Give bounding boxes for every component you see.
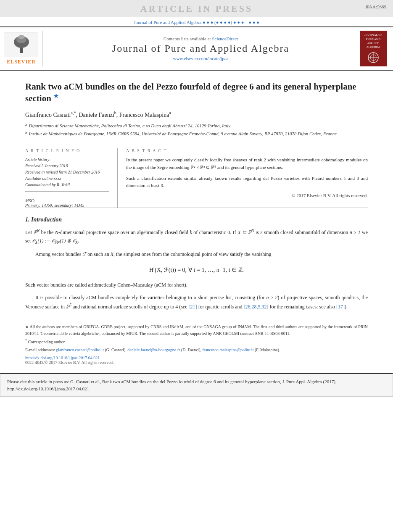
title-star: ★ [53, 93, 59, 99]
body-para-1: Let ℙN be the N-dimensional projective s… [25, 227, 368, 246]
page: ARTICLE IN PRESS JPAA:5669 Journal of Pu… [0, 0, 393, 532]
abstract-para2: Such a classification extends similar al… [126, 175, 368, 190]
article-in-press-banner: ARTICLE IN PRESS JPAA:5669 [0, 0, 393, 17]
journal-title-header: Journal of Pure and Applied Algebra [48, 43, 353, 54]
elsevier-logo-inner [9, 34, 34, 55]
journal-ref-line: Journal of Pure and Applied Algebra ● ● … [0, 17, 393, 27]
article-info-header: A R T I C L E I N F O [25, 148, 109, 153]
issn-line: 0022-4049/© 2017 Elsevier B.V. All right… [25, 360, 368, 365]
affil-b-sup: b [25, 130, 27, 137]
abstract-header: A B S T R A C T [126, 148, 368, 153]
footnote-corresponding: * Corresponding author. [25, 338, 368, 345]
citation-bar: Please cite this article in press as: G.… [0, 373, 393, 397]
journal-center: Contents lists available at ScienceDirec… [48, 31, 353, 66]
footnote-star-symbol: ★ [25, 325, 29, 329]
article-history: Article history: Received 3 January 2016… [25, 156, 109, 192]
abstract-column: A B S T R A C T In the present paper we … [118, 148, 368, 208]
math-formula: Hⁱ(X, ℱ(t)) = 0, ∀ i = 1, …, n−1, t ∈ ℤ. [149, 267, 244, 273]
affil-a-sup: a [25, 122, 27, 129]
email1-link[interactable]: gianfranco.casnati@polito.it [56, 348, 104, 352]
sciencedirect-link[interactable]: ScienceDirect [212, 36, 238, 41]
available-online: Available online xxxx [25, 175, 109, 182]
section-number: 1. [25, 216, 30, 223]
body-para-2: Among vector bundles ℱ on such an X, the… [25, 250, 368, 259]
paper-title: Rank two aCM bundles on the del Pezzo fo… [25, 81, 368, 105]
email3-author: (F. Malaspina). [255, 348, 280, 352]
svg-point-3 [18, 35, 24, 39]
footnote-fn2: Corresponding author. [28, 340, 66, 344]
journal-cover-image: JOURNAL OFPURE ANDAPPLIEDALGEBRA [360, 31, 387, 66]
footnote-area: ★ All the authors are members of GRIFGA–… [25, 320, 368, 365]
section-title: Introduction [31, 216, 62, 223]
affiliation-a: a Dipartimento di Scienze Matematiche, P… [25, 122, 368, 129]
elsevier-tree-icon [9, 34, 34, 54]
cover-decoration-icon [363, 51, 384, 64]
email2-link[interactable]: daniele.faenzi@u-bourgogne.fr [127, 348, 180, 352]
section-1-heading: 1. Introduction [25, 216, 368, 223]
contents-line: Contents lists available at ScienceDirec… [48, 36, 353, 41]
affil-a-text: Dipartimento di Scienze Matematiche, Pol… [29, 122, 231, 129]
ref-17[interactable]: [17] [336, 304, 345, 310]
revised-date: Received in revised form 21 December 201… [25, 169, 109, 175]
author1-name: Gianfranco Casnati [25, 111, 71, 118]
cover-text: JOURNAL OFPURE ANDAPPLIEDALGEBRA [364, 33, 382, 50]
footnote-fn1: All the authors are members of GRIFGA–GD… [25, 324, 368, 336]
info-abstract-section: A R T I C L E I N F O Article history: R… [25, 144, 368, 208]
ref-26-28-5-32[interactable]: [26,28,5,32] [244, 304, 269, 310]
citation-text: Please cite this article in press as: G.… [7, 379, 337, 391]
elsevier-logo-box [5, 32, 38, 57]
email1-author: (G. Casnati), [105, 348, 126, 352]
abstract-para1: In the present paper we completely class… [126, 156, 368, 171]
ref-21[interactable]: [21] [189, 304, 197, 310]
article-info-column: A R T I C L E I N F O Article history: R… [25, 148, 118, 208]
history-label: Article history: [25, 156, 109, 163]
msc-label: MSC: [25, 198, 109, 203]
footnote-emails: E-mail addresses: gianfranco.casnati@pol… [25, 347, 368, 353]
communicated-by: Communicated by R. Vakil [25, 182, 109, 188]
author2-name: , Daniele Faenzi [76, 111, 114, 118]
paper-title-text: Rank two aCM bundles on the del Pezzo fo… [25, 82, 356, 103]
author3-sup: a [169, 111, 171, 115]
affiliation-b: b Institut de Mathématiques de Bourgogne… [25, 130, 368, 137]
journal-cover: JOURNAL OFPURE ANDAPPLIEDALGEBRA [359, 31, 388, 66]
email-label: E-mail addresses: [25, 348, 55, 352]
email3-link[interactable]: francesco.malaspina@polito.it [202, 348, 253, 352]
contents-label: Contents lists available at [164, 36, 211, 41]
authors-line: Gianfranco Casnatia,*, Daniele Faenzib, … [25, 111, 368, 119]
aip-text: ARTICLE IN PRESS [140, 3, 253, 14]
email2-author: (D. Faenzi), [181, 348, 201, 352]
msc-section: MSC: Primary: 14J60; secondary: 14J45 [25, 195, 109, 208]
msc-primary: Primary: 14J60; secondary: 14J45 [25, 203, 109, 208]
journal-url: www.elsevier.com/locate/jpaa [48, 56, 353, 61]
doi-line: http://dx.doi.org/10.1016/j.jpaa.2017.04… [25, 356, 368, 360]
affil-b-text: Institut de Mathématiques de Bourgogne, … [29, 130, 337, 137]
math-display: Hⁱ(X, ℱ(t)) = 0, ∀ i = 1, …, n−1, t ∈ ℤ. [25, 266, 368, 274]
footnote-star-text: ★ All the authors are members of GRIFGA–… [25, 324, 368, 337]
author1-sup: a,* [71, 111, 76, 115]
body-para-4: It is possible to classify aCM bundles c… [25, 294, 368, 312]
author3-name: , Francesco Malaspina [116, 111, 169, 118]
affiliations: a Dipartimento di Scienze Matematiche, P… [25, 122, 368, 137]
journal-url-link[interactable]: www.elsevier.com/locate/jpaa [173, 56, 229, 61]
journal-ref-text: Journal of Pure and Applied Algebra ● ● … [134, 20, 259, 25]
abstract-copyright: © 2017 Elsevier B.V. All rights reserved… [126, 193, 368, 198]
elsevier-wordmark: ELSEVIER [7, 59, 36, 65]
footnote-star-sup: * [25, 339, 27, 342]
body-para-3: Such vector bundles are called arithmeti… [25, 281, 368, 290]
doi-link[interactable]: http://dx.doi.org/10.1016/j.jpaa.2017.04… [25, 356, 100, 360]
main-content: Rank two aCM bundles on the del Pezzo fo… [0, 71, 393, 373]
jpaa-id: JPAA:5669 [365, 4, 386, 9]
journal-header: ELSEVIER Contents lists available at Sci… [0, 27, 393, 71]
elsevier-logo-section: ELSEVIER [5, 31, 43, 66]
received-date: Received 3 January 2016 [25, 163, 109, 169]
